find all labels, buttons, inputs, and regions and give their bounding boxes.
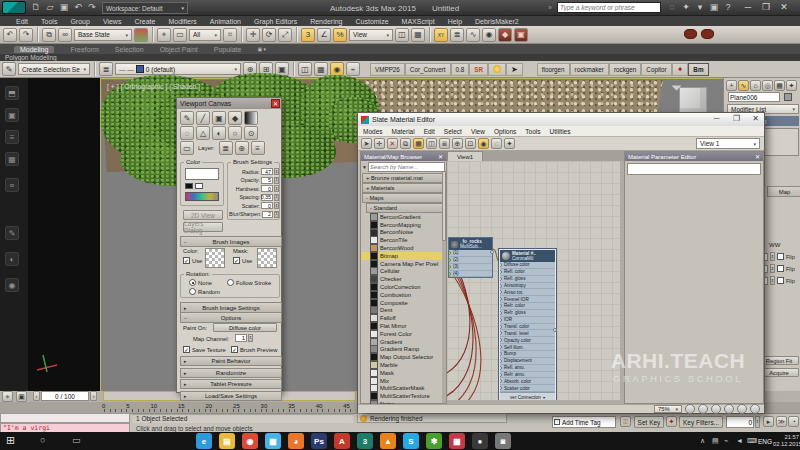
node-slot[interactable]: Absorb. color xyxy=(500,378,555,385)
3ds-max-icon[interactable]: 3 xyxy=(357,433,373,449)
select-link-icon[interactable]: ⧉ xyxy=(42,28,56,42)
browser-group-materials[interactable]: + Materials xyxy=(362,183,445,193)
browser-item[interactable]: BerconMapping xyxy=(361,221,446,229)
green-app-icon[interactable]: ✱ xyxy=(426,433,442,449)
canvas-rollout[interactable]: ▸Load/Save Settings xyxy=(180,391,282,401)
floorgen-button[interactable]: floorgen xyxy=(537,63,570,76)
param-editor-close-icon[interactable]: ✕ xyxy=(755,153,760,160)
minimize-button[interactable]: ─ xyxy=(742,1,754,13)
node-slot[interactable]: Transl. color xyxy=(500,324,555,331)
browser-item[interactable]: MultiScatterTexture xyxy=(361,392,446,400)
search-icon[interactable]: ○ xyxy=(40,436,45,445)
utilities-tab-icon[interactable]: ✦ xyxy=(786,80,797,91)
cor-convert-button[interactable]: Cor_Convert xyxy=(405,63,451,76)
prev-frame-button[interactable]: ‹ xyxy=(33,391,40,401)
browser-item[interactable]: Bitmap xyxy=(361,252,446,260)
rotation-random-radio[interactable]: Random xyxy=(189,288,220,295)
slate-menu-item[interactable]: Utilities xyxy=(550,128,571,135)
set-key-button[interactable]: Set Key xyxy=(634,416,664,428)
browser-group-maps[interactable]: - Maps xyxy=(362,193,445,203)
align-icon[interactable]: ▦ xyxy=(411,28,425,42)
grid-toggle-icon[interactable]: ▦ xyxy=(5,152,19,166)
slate-minimize-icon[interactable]: ─ xyxy=(710,114,723,123)
play-animation-icon[interactable]: ▸ xyxy=(763,416,774,427)
pan-canvas-icon[interactable] xyxy=(750,404,760,414)
view1-tab[interactable]: View1 xyxy=(447,151,483,161)
slate-zoom-icon[interactable]: ⊕ xyxy=(452,138,463,149)
canvas-rollout[interactable]: ▸Tablet Pressure xyxy=(180,379,282,389)
abs-offset-icon[interactable]: ▣ xyxy=(16,391,27,402)
object-name-field[interactable]: Plane006 xyxy=(728,92,780,102)
setting-spinner[interactable]: ⇕ xyxy=(274,185,279,192)
browser-item[interactable]: Mix xyxy=(361,377,446,385)
menu-item[interactable]: Create xyxy=(134,18,155,25)
cursor-script-icon[interactable]: ➤ xyxy=(506,63,523,76)
map-channel-field[interactable]: 1 xyxy=(235,334,247,342)
node-coronamtl[interactable]: Material #..CoronaMtl Diffuse color Refl… xyxy=(499,249,556,402)
brush-images-rollout[interactable]: −Brush Images xyxy=(180,236,282,247)
browser-header[interactable]: Material/Map Browser ✕ xyxy=(361,152,446,161)
rollout-fragment[interactable]: Map xyxy=(767,186,800,197)
layer-manager-icon[interactable]: ≣ xyxy=(450,28,464,42)
browser-item[interactable]: Dent xyxy=(361,307,446,315)
zoom-extents-icon[interactable] xyxy=(724,404,734,414)
slate-menu-item[interactable]: Material xyxy=(392,128,415,135)
browser-item[interactable]: Forest Color xyxy=(361,330,446,338)
node-view[interactable]: _fo_rocksMultiSub... (1) (2) (3) (4) xyxy=(447,161,624,404)
slate-zoom-dropdown[interactable]: 75%▾ xyxy=(654,405,682,413)
slate-pick-material-icon[interactable]: ◌ xyxy=(491,138,502,149)
firefox-icon[interactable]: ◕ xyxy=(288,433,304,449)
node-slot[interactable]: IOR xyxy=(500,317,555,324)
node-slot[interactable]: Refr. gloss xyxy=(500,310,555,317)
zoom-region-icon[interactable] xyxy=(711,404,721,414)
node-slot[interactable]: Refl. amu. xyxy=(500,365,555,372)
unlink-icon[interactable]: ∞ xyxy=(58,28,72,42)
new-layer-icon[interactable]: ≣ xyxy=(219,141,233,155)
slate-menu-item[interactable]: Tools xyxy=(525,128,540,135)
browser-item[interactable]: Map Output Selector xyxy=(361,353,446,361)
object-color-chip[interactable] xyxy=(784,93,792,101)
sr-button[interactable]: SR xyxy=(469,63,488,76)
node-slot[interactable]: Diffuse color xyxy=(500,262,555,269)
contrast-icon[interactable]: ◐ xyxy=(212,126,226,140)
menu-item[interactable]: Edit xyxy=(16,18,28,25)
brush-mask-image[interactable] xyxy=(257,248,277,268)
zoom-tool-icon[interactable] xyxy=(698,404,708,414)
time-slider-frame[interactable]: 0 / 100 xyxy=(41,391,89,401)
sun-script-icon[interactable] xyxy=(488,63,506,76)
spinner[interactable]: ⇕ xyxy=(770,252,775,261)
selection-lock-icon[interactable]: ⌖ xyxy=(2,391,13,402)
duplicate-layer-icon[interactable]: ⊕ xyxy=(235,141,249,155)
edit-named-selections-icon[interactable]: ✎ xyxy=(2,62,16,76)
slate-delete-icon[interactable]: ✕ xyxy=(387,138,398,149)
file-explorer-icon[interactable]: ▤ xyxy=(219,433,235,449)
3dsmax-logo-icon[interactable] xyxy=(2,1,26,14)
setting-value[interactable]: 47 xyxy=(261,168,273,175)
browser-item[interactable]: Combustion xyxy=(361,291,446,299)
vmpp26-button[interactable]: VMPP26 xyxy=(370,63,405,76)
spinner[interactable]: ⇕ xyxy=(770,264,775,273)
secondary-color-white[interactable] xyxy=(195,183,203,189)
render-production-icon[interactable] xyxy=(701,29,714,39)
browser-item[interactable]: BerconWood xyxy=(361,244,446,252)
go-to-end-icon[interactable]: ≫ xyxy=(776,416,787,427)
blur-icon[interactable]: ◌ xyxy=(180,126,194,140)
2d-view-button[interactable]: 2D View xyxy=(183,210,223,220)
rockmaker-button[interactable]: rockmaker xyxy=(570,63,609,76)
acquire-button[interactable]: Acquire xyxy=(759,368,799,377)
browser-search-input[interactable] xyxy=(368,162,445,172)
mirror-tool-icon[interactable]: ◫ xyxy=(298,62,312,76)
slate-material-preview-icon[interactable]: ◉ xyxy=(478,138,489,149)
browser-item[interactable]: MultiScatterMask xyxy=(361,385,446,393)
viewport-label[interactable]: [ + ] [ Orthographic ] [ Shaded ] xyxy=(107,83,200,90)
slate-hide-unused-icon[interactable]: ◫ xyxy=(426,138,437,149)
skype-icon[interactable]: S xyxy=(403,433,419,449)
tray-language[interactable]: ENG xyxy=(758,438,772,445)
infocenter-icon[interactable]: ◌ xyxy=(666,1,678,13)
spacing-tool-icon[interactable]: ⌁ xyxy=(346,62,360,76)
node-slot[interactable]: Refr. color xyxy=(500,303,555,310)
tab-freeform[interactable]: Freeform xyxy=(70,46,98,53)
setting-spinner[interactable]: ⇕ xyxy=(274,168,279,175)
angle-snap-icon[interactable]: ∠ xyxy=(317,28,331,42)
search-chevron-icon[interactable]: » xyxy=(548,4,552,11)
